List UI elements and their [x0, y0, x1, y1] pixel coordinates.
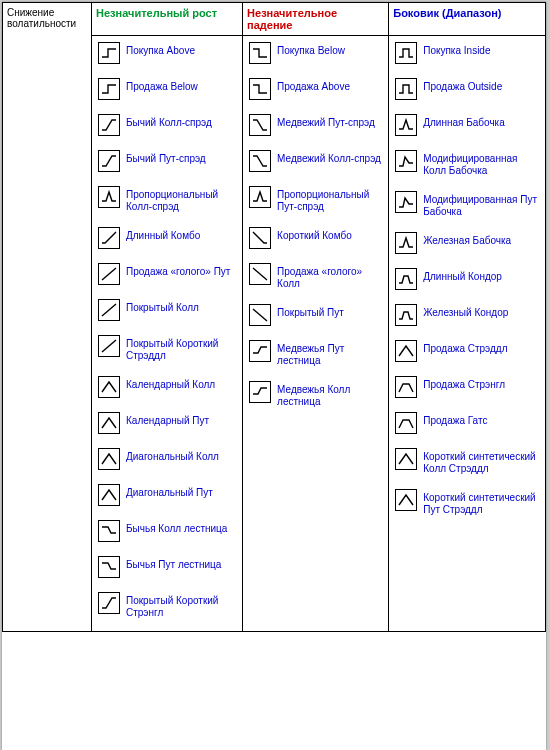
s-up-icon	[98, 592, 120, 614]
strategy-link[interactable]: Модифицированная Колл Бабочка	[423, 150, 543, 177]
strategy-link[interactable]: Покрытый Колл	[126, 299, 199, 314]
step-up-icon	[98, 78, 120, 100]
pulse-icon	[395, 78, 417, 100]
line-down-icon	[249, 263, 271, 285]
strategy-link[interactable]: Продажа Outside	[423, 78, 502, 93]
line-down-icon	[249, 304, 271, 326]
plateau-icon	[395, 376, 417, 398]
spike-up-icon	[395, 232, 417, 254]
strategy-link[interactable]: Бычий Колл-спрэд	[126, 114, 212, 129]
strategy-item: Бычий Колл-спрэд	[94, 110, 240, 146]
s-up-icon	[98, 114, 120, 136]
strategy-link[interactable]: Длинная Бабочка	[423, 114, 505, 129]
strategy-table: Снижение волатильности Незначительный ро…	[2, 2, 546, 632]
col-0-items: Покупка AboveПродажа BelowБычий Колл-спр…	[92, 36, 243, 632]
strategy-link[interactable]: Модифицированная Пут Бабочка	[423, 191, 543, 218]
strategy-item: Бычья Колл лестница	[94, 516, 240, 552]
strategy-link[interactable]: Железный Кондор	[423, 304, 508, 319]
strategy-item: Покрытый Короткий Стрэнгл	[94, 588, 240, 629]
strategy-item: Продажа Outside	[391, 74, 543, 110]
strategy-item: Железный Кондор	[391, 300, 543, 336]
strategy-link[interactable]: Покрытый Короткий Стрэнгл	[126, 592, 240, 619]
strategy-item: Календарный Пут	[94, 408, 240, 444]
strategy-item: Пропорциональный Пут-спрэд	[245, 182, 386, 223]
strategy-link[interactable]: Диагональный Пут	[126, 484, 213, 499]
strategy-link[interactable]: Календарный Пут	[126, 412, 209, 427]
strategy-link[interactable]: Продажа «голого» Пут	[126, 263, 230, 278]
strategy-link[interactable]: Медвежья Колл лестница	[277, 381, 386, 408]
strategy-link[interactable]: Покупка Inside	[423, 42, 490, 57]
strategy-link[interactable]: Покупка Below	[277, 42, 345, 57]
strategy-link[interactable]: Длинный Комбо	[126, 227, 200, 242]
line-up-icon	[98, 263, 120, 285]
page: Снижение волатильности Незначительный ро…	[2, 2, 546, 750]
hat-icon	[98, 484, 120, 506]
spike-sk-icon	[395, 191, 417, 213]
strategy-item: Длинный Кондор	[391, 264, 543, 300]
strategy-link[interactable]: Продажа Стрэддл	[423, 340, 507, 355]
strategy-item: Короткий синтетический Пут Стрэддл	[391, 485, 543, 526]
mesa-icon	[395, 304, 417, 326]
strategy-item: Продажа Стрэнгл	[391, 372, 543, 408]
ramp-down-icon	[249, 227, 271, 249]
strategy-link[interactable]: Календарный Колл	[126, 376, 215, 391]
col-header-2: Боковик (Диапазон)	[389, 3, 546, 36]
strategy-item: Длинная Бабочка	[391, 110, 543, 146]
col-1-items: Покупка BelowПродажа AboveМедвежий Пут-с…	[243, 36, 389, 632]
strategy-link[interactable]: Пропорциональный Пут-спрэд	[277, 186, 386, 213]
strategy-item: Покрытый Пут	[245, 300, 386, 336]
strategy-link[interactable]: Продажа «голого» Колл	[277, 263, 386, 290]
sidebar-label: Снижение волатильности	[7, 7, 76, 29]
line-up-icon	[98, 299, 120, 321]
strategy-link[interactable]: Короткий синтетический Пут Стрэддл	[423, 489, 543, 516]
strategy-link[interactable]: Медвежий Колл-спрэд	[277, 150, 381, 165]
hat-icon	[395, 448, 417, 470]
strategy-link[interactable]: Медвежья Пут лестница	[277, 340, 386, 367]
spike-up-icon	[395, 114, 417, 136]
strategy-link[interactable]: Короткий синтетический Колл Стрэддл	[423, 448, 543, 475]
step-down-icon	[249, 42, 271, 64]
s-down-icon	[249, 114, 271, 136]
strategy-link[interactable]: Покрытый Короткий Стрэддл	[126, 335, 240, 362]
content-wrap: Снижение волатильности Незначительный ро…	[2, 2, 546, 632]
strategy-item: Медвежий Пут-спрэд	[245, 110, 386, 146]
strategy-link[interactable]: Пропорциональный Колл-спрэд	[126, 186, 240, 213]
step-up-icon	[98, 42, 120, 64]
strategy-link[interactable]: Продажа Стрэнгл	[423, 376, 505, 391]
strategy-link[interactable]: Покупка Above	[126, 42, 195, 57]
hat-down-icon	[98, 520, 120, 542]
strategy-link[interactable]: Продажа Above	[277, 78, 350, 93]
hat-up-icon	[249, 340, 271, 362]
strategy-link[interactable]: Короткий Комбо	[277, 227, 352, 242]
col-header-0: Незначительный рост	[92, 3, 243, 36]
strategy-item: Модифицированная Колл Бабочка	[391, 146, 543, 187]
strategy-link[interactable]: Продажа Below	[126, 78, 198, 93]
strategy-item: Медвежья Колл лестница	[245, 377, 386, 418]
strategy-item: Продажа Гатс	[391, 408, 543, 444]
strategy-link[interactable]: Бычья Пут лестница	[126, 556, 221, 571]
strategy-item: Покрытый Колл	[94, 295, 240, 331]
mesa-icon	[395, 268, 417, 290]
step-down-icon	[249, 78, 271, 100]
strategy-link[interactable]: Бычья Колл лестница	[126, 520, 227, 535]
strategy-link[interactable]: Длинный Кондор	[423, 268, 502, 283]
strategy-item: Длинный Комбо	[94, 223, 240, 259]
strategy-item: Покупка Inside	[391, 38, 543, 74]
strategy-item: Короткий синтетический Колл Стрэддл	[391, 444, 543, 485]
strategy-item: Календарный Колл	[94, 372, 240, 408]
header-row: Снижение волатильности Незначительный ро…	[3, 3, 546, 36]
strategy-item: Железная Бабочка	[391, 228, 543, 264]
strategy-link[interactable]: Диагональный Колл	[126, 448, 219, 463]
strategy-item: Продажа Below	[94, 74, 240, 110]
hat-icon	[395, 340, 417, 362]
strategy-link[interactable]: Продажа Гатс	[423, 412, 487, 427]
hat-down-icon	[98, 556, 120, 578]
strategy-link[interactable]: Медвежий Пут-спрэд	[277, 114, 375, 129]
strategy-link[interactable]: Покрытый Пут	[277, 304, 344, 319]
strategy-link[interactable]: Бычий Пут-спрэд	[126, 150, 206, 165]
strategy-item: Модифицированная Пут Бабочка	[391, 187, 543, 228]
strategy-item: Покрытый Короткий Стрэддл	[94, 331, 240, 372]
plateau-icon	[395, 412, 417, 434]
strategy-link[interactable]: Железная Бабочка	[423, 232, 511, 247]
hat-up-icon	[249, 381, 271, 403]
